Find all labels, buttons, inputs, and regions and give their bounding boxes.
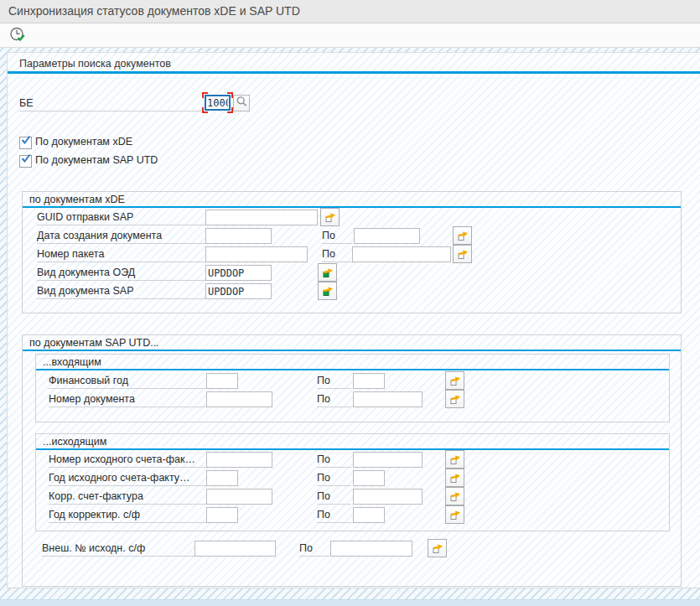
- application-toolbar: [0, 23, 700, 48]
- package-from-input[interactable]: [205, 246, 308, 262]
- group-title-rule: [23, 350, 681, 351]
- src-invoice-year-to-input[interactable]: [353, 470, 385, 486]
- doctype-sap-label: Вид документа SAP: [37, 283, 205, 299]
- field-row-doctype-oed: Вид документа ОЭД: [23, 265, 681, 282]
- multi-select-button[interactable]: [445, 469, 464, 487]
- bottom-status-strip: [0, 599, 700, 606]
- to-label: По: [322, 228, 352, 244]
- field-row-src-invoice-number: Номер исходного счета-фак… По: [36, 452, 669, 469]
- group-title-rule: [36, 448, 669, 450]
- corr-year-from-input[interactable]: [206, 507, 238, 523]
- doctype-oed-input[interactable]: [205, 265, 272, 281]
- checkbox-by-saputd-label: По документам SAP UTD: [35, 154, 158, 166]
- src-invoice-year-from-input[interactable]: [206, 470, 238, 486]
- package-label: Номер пакета: [37, 246, 205, 262]
- src-invoice-number-label: Номер исходного счета-фак…: [49, 452, 206, 468]
- doc-number-from-input[interactable]: [206, 391, 272, 407]
- multi-select-active-icon: [321, 283, 334, 299]
- focus-corner: [227, 107, 233, 113]
- group-xde: по документам xDE GUID отправки SAP Дата…: [22, 191, 682, 313]
- multi-select-icon: [456, 246, 469, 262]
- multi-select-icon: [449, 470, 462, 486]
- page-title: Синхронизация статусов документов xDE и …: [8, 4, 300, 18]
- external-invoice-label: Внеш. № исходн. с/ф: [42, 541, 194, 557]
- to-label: По: [317, 489, 351, 505]
- group-outgoing-title: ...исходящим: [43, 436, 106, 448]
- field-row-doc-number: Номер документа По: [36, 391, 669, 409]
- checkbox-by-xde-label: По документам xDE: [35, 136, 132, 148]
- focus-corner: [227, 92, 233, 98]
- field-row-corr-year: Год корректир. с/ф По: [36, 507, 669, 525]
- src-invoice-number-to-input[interactable]: [353, 452, 423, 468]
- fiscal-year-to-input[interactable]: [353, 373, 385, 389]
- src-invoice-number-from-input[interactable]: [206, 452, 272, 468]
- to-label: По: [317, 507, 351, 523]
- multi-select-active-button[interactable]: [318, 282, 337, 300]
- external-invoice-from-input[interactable]: [194, 541, 276, 557]
- doctype-oed-label: Вид документа ОЭД: [37, 265, 205, 281]
- corr-year-label: Год корректир. с/ф: [49, 507, 206, 523]
- group-title-rule: [23, 206, 681, 208]
- multi-select-button[interactable]: [453, 245, 472, 263]
- src-invoice-year-label: Год исходного счета-факту…: [49, 470, 206, 486]
- multi-select-button[interactable]: [445, 450, 464, 469]
- to-label: По: [317, 470, 351, 486]
- multi-select-icon: [449, 507, 462, 523]
- corr-year-to-input[interactable]: [353, 507, 385, 523]
- package-to-input[interactable]: [352, 246, 451, 262]
- multi-select-button[interactable]: [453, 226, 472, 245]
- multi-select-active-icon: [321, 265, 334, 281]
- multi-select-icon: [324, 210, 337, 225]
- doctype-sap-input[interactable]: [205, 283, 272, 299]
- group-title-rule: [36, 369, 669, 370]
- selection-screen-panel: Параметры поиска документов БЕ По докуме…: [7, 52, 700, 588]
- created-from-input[interactable]: [205, 228, 272, 244]
- group-saputd-title: по документам SAP UTD...: [29, 337, 159, 349]
- field-row-external-invoice: Внеш. № исходн. с/ф По: [23, 541, 681, 558]
- external-invoice-to-input[interactable]: [330, 541, 412, 557]
- field-row-package: Номер пакета По: [23, 246, 681, 264]
- multi-select-button[interactable]: [320, 208, 340, 226]
- execute-button[interactable]: [7, 25, 29, 46]
- created-label: Дата создания документа: [37, 228, 205, 244]
- to-label: По: [317, 373, 351, 389]
- section-header: Параметры поиска документов: [19, 58, 171, 70]
- search-icon: [236, 96, 248, 111]
- multi-select-active-button[interactable]: [318, 263, 337, 282]
- multi-select-button[interactable]: [445, 487, 464, 505]
- company-code-field-focus: [205, 95, 231, 111]
- guid-label: GUID отправки SAP: [37, 210, 205, 225]
- multi-select-icon: [449, 489, 462, 505]
- multi-select-button[interactable]: [445, 505, 464, 524]
- multi-select-button[interactable]: [428, 539, 447, 557]
- check-icon: [20, 153, 32, 168]
- doc-number-label: Номер документа: [49, 391, 206, 407]
- field-row-fiscal-year: Финансовый год По: [36, 373, 669, 391]
- multi-select-icon: [449, 452, 462, 468]
- field-row-created: Дата создания документа По: [23, 228, 681, 246]
- window-title-bar: Синхронизация статусов документов xDE и …: [0, 0, 700, 23]
- guid-input[interactable]: [205, 210, 318, 225]
- corr-invoice-from-input[interactable]: [206, 489, 272, 505]
- to-label: По: [317, 391, 351, 407]
- fiscal-year-from-input[interactable]: [206, 373, 238, 389]
- focus-corner: [202, 107, 208, 113]
- created-to-input[interactable]: [354, 228, 420, 244]
- to-label: По: [317, 452, 351, 468]
- multi-select-button[interactable]: [445, 371, 464, 390]
- multi-select-button[interactable]: [445, 390, 464, 408]
- field-row-doctype-sap: Вид документа SAP: [23, 283, 681, 301]
- fiscal-year-label: Финансовый год: [49, 373, 206, 389]
- field-row-guid: GUID отправки SAP: [23, 210, 681, 227]
- check-icon: [20, 134, 32, 149]
- corr-invoice-label: Корр. счет-фактура: [49, 489, 206, 505]
- doc-number-to-input[interactable]: [353, 391, 423, 407]
- section-header-rule: [8, 71, 700, 74]
- execute-clock-check-icon: [9, 34, 27, 46]
- multi-select-icon: [449, 373, 462, 389]
- group-saputd: по документам SAP UTD... ...входящим Фин…: [22, 334, 682, 587]
- to-label: По: [322, 246, 352, 262]
- corr-invoice-to-input[interactable]: [353, 489, 423, 505]
- group-incoming: ...входящим Финансовый год По Но: [35, 354, 670, 422]
- search-help-button[interactable]: [233, 95, 250, 111]
